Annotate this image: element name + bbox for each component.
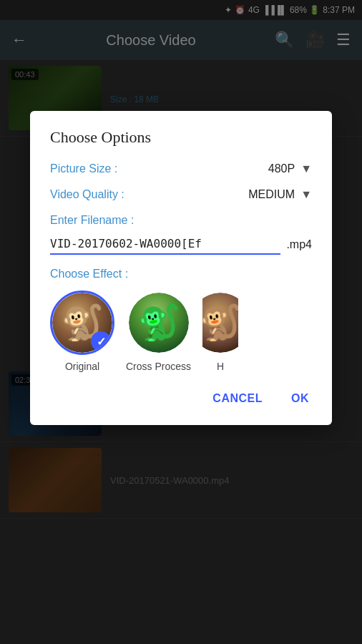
filename-input-row: .mp4 [50, 234, 312, 255]
filename-section: Enter Filename : .mp4 [50, 214, 312, 255]
effect-original-label: Original [65, 361, 99, 372]
picture-size-arrow-icon: ▼ [300, 162, 312, 175]
picture-size-value: 480P [268, 162, 295, 175]
filename-label: Enter Filename : [50, 214, 312, 227]
effect-h-image: 🐒 [202, 293, 238, 353]
cancel-button[interactable]: CANCEL [210, 386, 265, 411]
filename-extension: .mp4 [286, 238, 312, 251]
effect-h-label: H [217, 361, 224, 372]
video-quality-label: Video Quality : [50, 188, 150, 201]
picture-size-dropdown[interactable]: 480P ▼ [268, 162, 312, 175]
effects-row: 🐒 ✓ Original 🐒 Cross Process [50, 291, 312, 372]
dialog-buttons: CANCEL OK [50, 386, 312, 411]
video-quality-dropdown[interactable]: MEDIUM ▼ [248, 188, 312, 201]
effects-label: Choose Effect : [50, 268, 312, 280]
effects-section: Choose Effect : 🐒 ✓ Original 🐒 [50, 268, 312, 372]
effect-cross-process-image: 🐒 [129, 293, 189, 353]
effect-cross-process[interactable]: 🐒 Cross Process [126, 291, 191, 372]
picture-size-row: Picture Size : 480P ▼ [50, 162, 312, 175]
effect-original[interactable]: 🐒 ✓ Original [50, 291, 114, 372]
choose-options-dialog: Choose Options Picture Size : 480P ▼ Vid… [30, 111, 332, 425]
filename-input[interactable] [50, 234, 280, 255]
video-quality-arrow-icon: ▼ [300, 188, 312, 201]
effect-cross-process-circle: 🐒 [127, 291, 191, 355]
picture-size-label: Picture Size : [50, 162, 150, 175]
ok-button[interactable]: OK [288, 386, 312, 411]
effect-original-circle: 🐒 ✓ [50, 291, 114, 355]
dialog-title: Choose Options [50, 128, 312, 147]
effect-h[interactable]: 🐒 H [202, 291, 238, 372]
video-quality-row: Video Quality : MEDIUM ▼ [50, 188, 312, 201]
effect-cross-process-label: Cross Process [126, 361, 191, 372]
effect-h-circle: 🐒 [202, 291, 238, 355]
effect-original-checkmark: ✓ [91, 331, 111, 351]
video-quality-value: MEDIUM [248, 188, 295, 201]
